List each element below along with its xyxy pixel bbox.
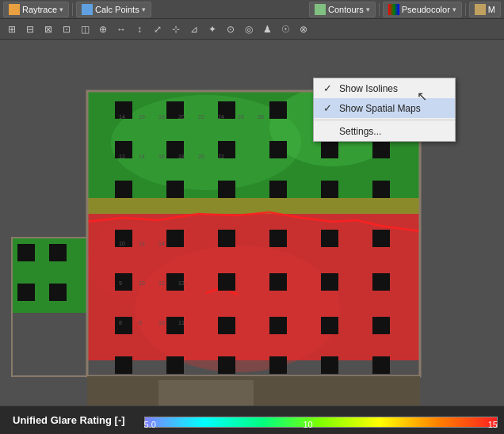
svg-text:26: 26 <box>238 114 244 120</box>
svg-rect-39 <box>115 317 132 334</box>
contours-icon <box>315 4 326 15</box>
memo-label: M <box>488 5 495 14</box>
svg-rect-51 <box>17 244 35 261</box>
svg-text:9: 9 <box>139 320 142 326</box>
viewport: 1416182022242628 121416182022 101214 910… <box>0 40 504 405</box>
svg-text:28: 28 <box>258 114 264 120</box>
svg-rect-47 <box>218 356 235 374</box>
svg-rect-22 <box>166 181 184 198</box>
svg-text:22: 22 <box>218 154 224 159</box>
show-isolines-label: Show Isolines <box>339 83 398 94</box>
svg-text:12: 12 <box>158 280 165 286</box>
menu-divider <box>314 120 455 120</box>
icon-btn-17[interactable]: ⊗ <box>295 21 312 38</box>
svg-rect-52 <box>49 244 67 261</box>
pseudocolor-button[interactable]: Pseudocolor ▾ <box>383 2 462 17</box>
icon-btn-5[interactable]: ◫ <box>76 21 94 38</box>
icon-btn-1[interactable]: ⊞ <box>3 21 21 38</box>
svg-rect-21 <box>115 181 132 198</box>
icon-btn-10[interactable]: ⊹ <box>167 21 185 38</box>
svg-text:24: 24 <box>218 114 224 120</box>
contours-dropdown-menu: ✓ Show Isolines ✓ Show Spatial Maps Sett… <box>313 78 456 142</box>
raytrace-button[interactable]: Raytrace ▾ <box>3 2 69 17</box>
calcpoints-dropdown-arrow[interactable]: ▾ <box>142 6 146 13</box>
icon-btn-12[interactable]: ✦ <box>204 21 221 38</box>
icon-btn-14[interactable]: ◎ <box>240 21 258 38</box>
icon-btn-11[interactable]: ⊿ <box>185 21 203 38</box>
show-spatial-maps-check: ✓ <box>323 102 334 114</box>
svg-text:12: 12 <box>119 154 125 159</box>
svg-text:13: 13 <box>178 280 185 286</box>
separator-3 <box>465 3 466 16</box>
svg-rect-24 <box>269 181 287 198</box>
svg-text:22: 22 <box>198 114 204 120</box>
menu-item-show-isolines[interactable]: ✓ Show Isolines <box>314 78 455 98</box>
svg-rect-32 <box>372 230 390 247</box>
svg-rect-28 <box>166 230 184 247</box>
memo-icon <box>475 4 486 15</box>
icon-btn-8[interactable]: ↕ <box>131 21 148 38</box>
svg-rect-23 <box>218 181 235 198</box>
svg-rect-29 <box>218 230 235 247</box>
pseudocolor-dropdown-arrow[interactable]: ▾ <box>452 6 456 13</box>
icon-toolbar: ⊞ ⊟ ⊠ ⊡ ◫ ⊕ ↔ ↕ ⤢ ⊹ ⊿ ✦ ⊙ ◎ ♟ ☉ ⊗ <box>0 19 504 40</box>
icon-btn-4[interactable]: ⊡ <box>58 21 75 38</box>
svg-text:14: 14 <box>158 241 165 246</box>
menu-item-show-spatial-maps[interactable]: ✓ Show Spatial Maps <box>314 98 455 118</box>
icon-btn-16[interactable]: ☉ <box>277 21 294 38</box>
calcpoints-button[interactable]: Calc Points ▾ <box>76 2 151 17</box>
svg-rect-26 <box>372 181 390 198</box>
svg-text:20: 20 <box>178 114 185 120</box>
svg-rect-43 <box>321 317 338 334</box>
svg-rect-36 <box>269 273 287 291</box>
svg-text:12: 12 <box>139 241 145 246</box>
svg-rect-35 <box>218 273 235 291</box>
menu-item-settings[interactable]: Settings... <box>314 122 455 141</box>
svg-rect-53 <box>17 284 35 301</box>
svg-text:10: 10 <box>139 280 145 286</box>
icon-btn-6[interactable]: ⊕ <box>94 21 112 38</box>
scale-tick-mid: 10 <box>303 420 312 429</box>
icon-btn-3[interactable]: ⊠ <box>40 21 57 38</box>
raytrace-dropdown-arrow[interactable]: ▾ <box>59 6 63 13</box>
svg-rect-42 <box>269 317 287 334</box>
svg-rect-12 <box>269 101 287 119</box>
svg-text:9: 9 <box>119 280 122 286</box>
separator-2 <box>379 3 380 16</box>
icon-btn-13[interactable]: ⊙ <box>222 21 239 38</box>
calcpoints-icon <box>82 4 93 15</box>
contours-button[interactable]: Contours ▾ <box>309 2 376 17</box>
svg-rect-45 <box>115 356 132 374</box>
pseudocolor-label: Pseudocolor <box>402 5 450 14</box>
show-isolines-check: ✓ <box>323 82 334 94</box>
svg-rect-50 <box>372 356 390 374</box>
svg-rect-41 <box>218 317 235 334</box>
svg-rect-46 <box>166 356 184 374</box>
settings-label: Settings... <box>339 126 381 137</box>
svg-rect-25 <box>321 181 338 198</box>
contours-dropdown-arrow[interactable]: ▾ <box>366 6 370 13</box>
icon-btn-9[interactable]: ⤢ <box>149 21 166 38</box>
svg-text:10: 10 <box>158 320 165 326</box>
svg-rect-20 <box>372 141 390 158</box>
svg-text:16: 16 <box>139 114 145 120</box>
svg-text:18: 18 <box>158 114 165 120</box>
svg-rect-44 <box>372 317 390 334</box>
svg-text:18: 18 <box>178 154 185 159</box>
svg-rect-18 <box>269 141 287 158</box>
calcpoints-label: Calc Points <box>95 5 139 14</box>
svg-rect-31 <box>321 230 338 247</box>
svg-text:11: 11 <box>178 320 185 326</box>
svg-text:8: 8 <box>119 320 122 326</box>
icon-btn-7[interactable]: ↔ <box>113 21 130 38</box>
svg-rect-33 <box>115 273 132 291</box>
memo-button[interactable]: M <box>469 2 501 17</box>
scale-tick-min: 5.0 <box>144 420 156 429</box>
icon-btn-2[interactable]: ⊟ <box>21 21 39 38</box>
icon-btn-15[interactable]: ♟ <box>258 21 276 38</box>
svg-rect-49 <box>321 356 338 374</box>
svg-rect-30 <box>269 230 287 247</box>
svg-rect-83 <box>158 380 254 405</box>
raytrace-icon <box>9 4 20 15</box>
pseudocolor-icon <box>388 4 399 15</box>
